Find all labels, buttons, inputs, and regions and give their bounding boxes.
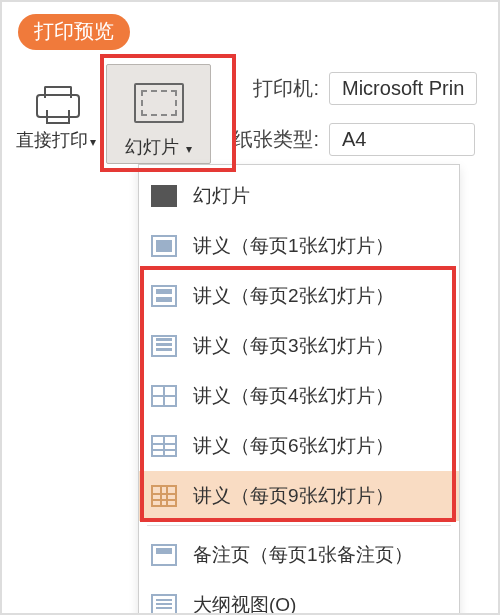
chevron-down-icon: ▾ — [90, 135, 96, 149]
layout-outline-icon — [151, 594, 177, 615]
print-fields: 打印机: Microsoft Prin 纸张类型: A4 — [229, 72, 477, 156]
menu-item-label: 讲义（每页3张幻灯片） — [193, 333, 394, 359]
printer-icon — [34, 82, 78, 122]
menu-item-label: 讲义（每页9张幻灯片） — [193, 483, 394, 509]
menu-item[interactable]: 备注页（每页1张备注页） — [139, 530, 459, 580]
menu-item-label: 讲义（每页6张幻灯片） — [193, 433, 394, 459]
paper-type-select[interactable]: A4 — [329, 123, 475, 156]
menu-item-label: 备注页（每页1张备注页） — [193, 542, 413, 568]
menu-item[interactable]: 讲义（每页2张幻灯片） — [139, 271, 459, 321]
layout-h2-icon — [151, 285, 177, 307]
printer-label: 打印机: — [229, 75, 319, 102]
menu-item-label: 讲义（每页1张幻灯片） — [193, 233, 394, 259]
layout-h6-icon — [151, 435, 177, 457]
paper-type-label: 纸张类型: — [229, 126, 319, 153]
menu-item[interactable]: 讲义（每页6张幻灯片） — [139, 421, 459, 471]
menu-item-label: 大纲视图(O) — [193, 592, 296, 615]
menu-item[interactable]: 大纲视图(O) — [139, 580, 459, 615]
printer-select[interactable]: Microsoft Prin — [329, 72, 477, 105]
menu-item[interactable]: 讲义（每页4张幻灯片） — [139, 371, 459, 421]
menu-item-label: 讲义（每页2张幻灯片） — [193, 283, 394, 309]
layout-h1-icon — [151, 235, 177, 257]
direct-print-button[interactable]: 直接打印▾ — [12, 64, 100, 152]
toolbar: 直接打印▾ 幻灯片 ▾ 打印机: Microsoft Prin 纸张类型: A4 — [12, 64, 498, 164]
menu-item[interactable]: 幻灯片 — [139, 171, 459, 221]
slides-layout-button[interactable]: 幻灯片 ▾ — [106, 64, 211, 164]
chevron-down-icon: ▾ — [186, 142, 192, 156]
menu-item[interactable]: 讲义（每页3张幻灯片） — [139, 321, 459, 371]
slides-layout-label: 幻灯片 — [125, 137, 179, 157]
print-preview-badge: 打印预览 — [18, 14, 130, 50]
menu-item-label: 幻灯片 — [193, 183, 250, 209]
layout-solid-icon — [151, 185, 177, 207]
slide-thumb-icon — [134, 83, 184, 123]
slides-layout-menu: 幻灯片讲义（每页1张幻灯片）讲义（每页2张幻灯片）讲义（每页3张幻灯片）讲义（每… — [138, 164, 460, 615]
layout-h4-icon — [151, 385, 177, 407]
layout-h9-icon — [151, 485, 177, 507]
menu-item-label: 讲义（每页4张幻灯片） — [193, 383, 394, 409]
menu-item[interactable]: 讲义（每页1张幻灯片） — [139, 221, 459, 271]
menu-item[interactable]: 讲义（每页9张幻灯片） — [139, 471, 459, 521]
layout-h3-icon — [151, 335, 177, 357]
direct-print-label: 直接打印 — [16, 130, 88, 150]
layout-note-icon — [151, 544, 177, 566]
